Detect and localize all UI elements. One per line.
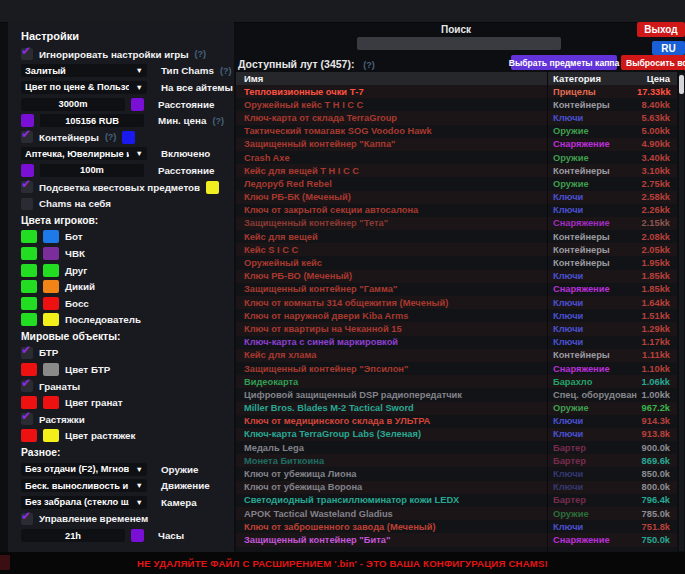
- table-row[interactable]: Crash AxeОружие3.40kk: [236, 151, 677, 164]
- table-row[interactable]: ВидеокартаБарахло1.06kk: [236, 375, 677, 388]
- table-row[interactable]: Ледоруб Red RebelОружие2.75kk: [236, 177, 677, 190]
- table-row[interactable]: Ключ от медицинского склада в УЛЬТРАКлюч…: [236, 415, 677, 428]
- table-row[interactable]: Ключ-карта от склада TerraGroupКлючи5.63…: [236, 111, 677, 124]
- containers-color-swatch[interactable]: [122, 131, 135, 144]
- table-row[interactable]: Защищенный контейнер "Тета"Снаряжение2.1…: [236, 217, 677, 230]
- table-row[interactable]: Оружейный кейсКонтейнеры1.95kk: [236, 256, 677, 269]
- table-row[interactable]: Ключ РБ-БК (Меченый)Ключи2.58kk: [236, 191, 677, 204]
- color-mode-dropdown[interactable]: Цвет по цене & Пользователь ▼: [21, 81, 147, 94]
- help-icon[interactable]: (?): [195, 49, 207, 59]
- quest-highlight-checkbox[interactable]: ✔: [21, 181, 33, 193]
- player-color-swatch-2[interactable]: [43, 230, 59, 243]
- table-row[interactable]: Кейс S I C CКонтейнеры2.05kk: [236, 243, 677, 256]
- chams-self-checkbox[interactable]: [21, 198, 33, 210]
- help-icon[interactable]: (?): [220, 66, 232, 76]
- misc-dropdown[interactable]: Беск. выносливость и нет уста▼: [21, 479, 147, 492]
- min-price-input[interactable]: [40, 114, 144, 127]
- player-color-swatch-1[interactable]: [21, 264, 37, 277]
- table-row[interactable]: Ключ от убежища ЛионаКлючи850.0k: [236, 467, 677, 480]
- table-row[interactable]: Кейс для вещей T H I C CКонтейнеры3.10kk: [236, 164, 677, 177]
- hours-input[interactable]: [21, 529, 125, 542]
- help-icon[interactable]: (?): [212, 116, 224, 126]
- world-color-swatch-2[interactable]: [43, 363, 59, 376]
- misc-dropdown[interactable]: Без отдачи (F2), Мгновенное п▼: [21, 463, 147, 476]
- table-row[interactable]: Ключ-карта с синей маркировкойКлючи1.17k…: [236, 336, 677, 349]
- table-row[interactable]: Цифровой защищенный DSP радиопередатчикС…: [236, 388, 677, 401]
- table-row[interactable]: Ключ от убежища ВоронаКлючи800.0k: [236, 481, 677, 494]
- help-icon[interactable]: (?): [363, 60, 375, 70]
- table-row[interactable]: Кейс для вещейКонтейнеры2.08kk: [236, 230, 677, 243]
- table-row[interactable]: Ключ от закрытой секции автосалонаКлючи2…: [236, 204, 677, 217]
- chams-type-dropdown[interactable]: Залитый ▼: [21, 64, 147, 77]
- loot-item-category: Барахло: [547, 375, 637, 388]
- table-row[interactable]: Защищенный контейнер "Гамма"Снаряжение1.…: [236, 283, 677, 296]
- ignore-game-settings-checkbox[interactable]: ✔: [21, 48, 33, 60]
- loot-item-price: 5.00kk: [637, 126, 677, 136]
- quest-highlight-color-swatch[interactable]: [206, 181, 219, 194]
- select-kappa-items-button[interactable]: Выбрать предметы каппа: [511, 55, 617, 70]
- table-row[interactable]: Монета БиткоинаБартер869.6k: [236, 454, 677, 467]
- table-row[interactable]: Медаль LegaБартер900.0k: [236, 441, 677, 454]
- table-row[interactable]: Кейс для хламаКонтейнеры1.11kk: [236, 349, 677, 362]
- world-object-checkbox[interactable]: ✔: [21, 380, 33, 392]
- player-color-swatch-2[interactable]: [43, 297, 59, 310]
- scrollbar-thumb[interactable]: [679, 75, 684, 94]
- table-row[interactable]: Ключ от заброшенного завода (Меченый)Клю…: [236, 520, 677, 533]
- column-header-category[interactable]: Категория: [547, 72, 637, 85]
- table-row[interactable]: Ключ от наружной двери Kiba ArmsКлючи1.5…: [236, 309, 677, 322]
- player-color-swatch-1[interactable]: [21, 280, 37, 293]
- table-row[interactable]: Защищенный контейнер "Каппа"Снаряжение4.…: [236, 138, 677, 151]
- table-row[interactable]: APOK Tactical Wasteland GladiusОружие785…: [236, 507, 677, 520]
- misc-dropdown[interactable]: Без забрала (стекло шлема)▼: [21, 496, 147, 509]
- world-color-swatch-1[interactable]: [21, 429, 37, 442]
- world-color-swatch-2[interactable]: [43, 429, 59, 442]
- loot-item-category: Оружие: [547, 151, 637, 164]
- hours-color-swatch[interactable]: [131, 529, 144, 542]
- loot-distance-input[interactable]: [40, 164, 144, 177]
- table-row[interactable]: Защищенный контейнер "Бита"Снаряжение750…: [236, 533, 677, 546]
- table-row[interactable]: Тепловизионные очки Т-7Прицелы17.33kk: [236, 85, 677, 98]
- table-row[interactable]: Оружейный кейс T H I C CКонтейнеры8.40kk: [236, 98, 677, 111]
- drop-all-button[interactable]: Выбросить все: [621, 55, 685, 70]
- player-color-swatch-2[interactable]: [43, 313, 59, 326]
- distance-input[interactable]: [21, 98, 125, 111]
- player-color-swatch-1[interactable]: [21, 313, 37, 326]
- world-color-swatch-1[interactable]: [21, 396, 37, 409]
- world-object-label: Гранаты: [39, 381, 80, 392]
- footer-warning-text: НЕ УДАЛЯЙТЕ ФАЙЛ С РАСШИРЕНИЕМ '.bin' - …: [137, 558, 548, 569]
- exit-button[interactable]: Выход: [637, 22, 685, 37]
- table-row[interactable]: Miller Bros. Blades M-2 Tactical SwordОр…: [236, 402, 677, 415]
- misc-dropdowns-list: Без отдачи (F2), Мгновенное п▼ОружиеБеск…: [21, 461, 228, 511]
- table-row[interactable]: Ключ РБ-ВО (Меченый)Ключи1.85kk: [236, 270, 677, 283]
- table-row[interactable]: Ключ от комнаты 314 общежития (Меченый)К…: [236, 296, 677, 309]
- containers-checkbox[interactable]: ✔: [21, 131, 33, 143]
- search-input[interactable]: [357, 37, 561, 50]
- player-color-swatch-1[interactable]: [21, 247, 37, 260]
- distance-color-swatch[interactable]: [131, 98, 144, 111]
- table-row[interactable]: Ключ-карта TerraGroup Labs (Зеленая)Ключ…: [236, 428, 677, 441]
- table-scrollbar[interactable]: [679, 73, 684, 551]
- world-object-checkbox[interactable]: ✔: [21, 347, 33, 359]
- world-color-swatch-2[interactable]: [43, 396, 59, 409]
- loot-distance-color-swatch[interactable]: [21, 164, 34, 177]
- world-color-swatch-1[interactable]: [21, 363, 37, 376]
- table-row[interactable]: Ключ от квартиры на Чеканной 15Ключи1.29…: [236, 322, 677, 335]
- language-button[interactable]: RU: [652, 41, 685, 55]
- player-color-swatch-1[interactable]: [21, 297, 37, 310]
- world-object-checkbox[interactable]: ✔: [21, 413, 33, 425]
- table-row[interactable]: Светодиодный трансиллюминатор кожи LEDXБ…: [236, 494, 677, 507]
- player-color-swatch-2[interactable]: [43, 264, 59, 277]
- player-color-swatch-2[interactable]: [43, 247, 59, 260]
- help-icon[interactable]: (?): [105, 132, 117, 142]
- loot-item-name: Кейс для хлама: [236, 350, 547, 360]
- player-color-swatch-2[interactable]: [43, 280, 59, 293]
- loot-filter-dropdown[interactable]: Аптечка, Ювелирные и... ▼: [21, 147, 147, 160]
- player-color-swatch-1[interactable]: [21, 230, 37, 243]
- column-header-name[interactable]: Имя: [236, 73, 547, 84]
- time-control-checkbox[interactable]: ✔: [21, 513, 33, 525]
- min-price-color-swatch[interactable]: [21, 114, 34, 127]
- loot-item-name: Miller Bros. Blades M-2 Tactical Sword: [236, 403, 547, 413]
- table-row[interactable]: Тактический томагавк SOG Voodoo HawkОруж…: [236, 125, 677, 138]
- table-row[interactable]: Защищенный контейнер "Эпсилон"Снаряжение…: [236, 362, 677, 375]
- column-header-price[interactable]: Цена: [637, 73, 677, 84]
